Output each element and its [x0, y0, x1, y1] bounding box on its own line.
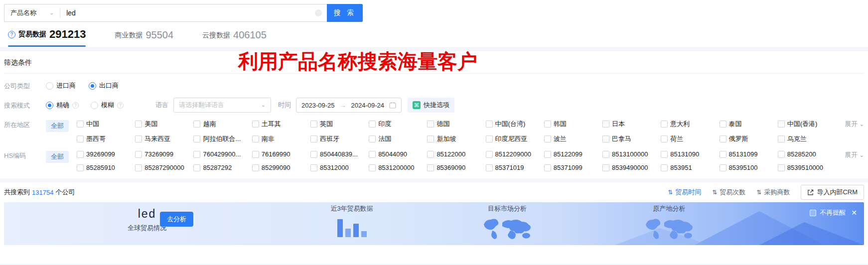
checkbox-icon[interactable] [310, 164, 317, 171]
checkbox-icon[interactable] [778, 164, 785, 171]
hs-code-checkbox-option[interactable]: 85131090 [661, 150, 719, 158]
sort-option[interactable]: ⇅ 贸易时间 [668, 188, 701, 197]
checkbox-icon[interactable] [720, 135, 726, 142]
region-checkbox-option[interactable]: 南非 [252, 134, 310, 143]
checkbox-icon[interactable] [544, 121, 551, 128]
dismiss-checkbox[interactable] [810, 210, 816, 216]
checkbox-icon[interactable] [486, 135, 493, 142]
region-checkbox-option[interactable]: 德国 [427, 120, 485, 129]
region-checkbox-option[interactable]: 印度尼西亚 [486, 134, 544, 143]
checkbox-icon[interactable] [77, 135, 84, 142]
hs-code-checkbox-option[interactable]: 8531200000 [369, 164, 427, 171]
sort-option[interactable]: ⇅ 贸易次数 [712, 188, 745, 197]
checkbox-icon[interactable] [193, 135, 200, 142]
start-date[interactable]: 2023-09-25 [301, 102, 335, 109]
checkbox-icon[interactable] [778, 135, 785, 142]
hs-code-checkbox-option[interactable]: 760429900... [193, 150, 252, 158]
checkbox-icon[interactable] [77, 121, 84, 128]
checkbox-icon[interactable] [720, 121, 726, 128]
results-count[interactable]: 131754 [32, 189, 53, 196]
hs-expand-link[interactable]: 展开 ⌄ [836, 150, 864, 159]
region-checkbox-option[interactable]: 美国 [135, 120, 193, 129]
checkbox-icon[interactable] [193, 151, 200, 158]
region-checkbox-option[interactable]: 日本 [602, 120, 661, 129]
region-checkbox-option[interactable]: 意大利 [661, 120, 719, 129]
info-icon[interactable]: ? [117, 102, 124, 109]
analyze-button[interactable]: 去分析 [160, 212, 193, 227]
region-checkbox-option[interactable]: 印度 [369, 120, 427, 129]
hs-code-checkbox-option[interactable]: 85044090 [369, 150, 427, 158]
checkbox-icon[interactable] [544, 164, 551, 171]
hs-code-checkbox-option[interactable]: 85371099 [544, 164, 602, 171]
checkbox-icon[interactable] [310, 121, 317, 128]
checkbox-icon[interactable] [77, 164, 84, 171]
checkbox-icon[interactable] [310, 135, 317, 142]
checkbox-icon[interactable] [544, 135, 551, 142]
language-select[interactable]: 请选择翻译语言 ⌄ [173, 98, 271, 113]
radio-exporter[interactable]: 出口商 [89, 81, 119, 90]
hs-code-checkbox-option[interactable]: 76169990 [252, 150, 310, 158]
checkbox-icon[interactable] [544, 151, 551, 158]
checkbox-icon[interactable] [720, 151, 726, 158]
radio-icon[interactable] [91, 102, 98, 109]
checkbox-icon[interactable] [720, 164, 726, 171]
hs-code-checkbox-option[interactable]: 8513100000 [602, 150, 661, 158]
checkbox-icon[interactable] [778, 151, 785, 158]
region-checkbox-option[interactable]: 马来西亚 [135, 134, 193, 143]
checkbox-icon[interactable] [661, 121, 668, 128]
region-checkbox-option[interactable]: 墨西哥 [77, 134, 135, 143]
region-checkbox-option[interactable]: 中国(香港) [778, 120, 836, 129]
checkbox-icon[interactable] [135, 121, 142, 128]
checkbox-icon[interactable] [427, 164, 434, 171]
hs-code-checkbox-option[interactable]: 8539510000 [778, 164, 836, 171]
hs-code-checkbox-option[interactable]: 85312000 [310, 164, 369, 171]
hs-code-checkbox-option[interactable]: 850440839... [310, 150, 369, 158]
region-checkbox-option[interactable]: 西班牙 [310, 134, 369, 143]
info-icon[interactable]: ? [72, 102, 79, 109]
region-checkbox-option[interactable]: 中国 [77, 120, 135, 129]
region-checkbox-option[interactable]: 巴拿马 [602, 134, 661, 143]
checkbox-icon[interactable] [369, 151, 376, 158]
checkbox-icon[interactable] [602, 164, 609, 171]
clear-icon[interactable] [315, 9, 322, 16]
hs-code-checkbox-option[interactable]: 85131099 [720, 150, 778, 158]
region-checkbox-option[interactable]: 中国(台湾) [486, 120, 544, 129]
hs-code-checkbox-option[interactable]: 853951 [661, 164, 719, 171]
tab-cloud-data[interactable]: 云搜数据 406105 [202, 29, 267, 47]
region-checkbox-option[interactable]: 波兰 [544, 134, 602, 143]
hs-code-checkbox-option[interactable]: 85287290000 [135, 164, 193, 171]
region-expand-link[interactable]: 展开 ⌄ [836, 120, 864, 129]
radio-fuzzy[interactable]: 模糊 [91, 101, 114, 110]
hs-code-checkbox-option[interactable]: 85122099 [544, 150, 602, 158]
checkbox-icon[interactable] [486, 121, 493, 128]
radio-icon[interactable] [46, 102, 53, 109]
checkbox-icon[interactable] [486, 151, 493, 158]
checkbox-icon[interactable] [135, 164, 142, 171]
hs-code-checkbox-option[interactable]: 73269099 [135, 150, 193, 158]
region-checkbox-option[interactable]: 俄罗斯 [720, 134, 778, 143]
search-button[interactable]: 搜 索 [327, 4, 363, 22]
hs-code-checkbox-option[interactable]: 39269099 [77, 150, 135, 158]
checkbox-icon[interactable] [252, 121, 259, 128]
checkbox-icon[interactable] [661, 151, 668, 158]
checkbox-icon[interactable] [252, 164, 259, 171]
hs-code-checkbox-option[interactable]: 85395100 [720, 164, 778, 171]
tab-business-data[interactable]: 商业数据 95504 [115, 29, 173, 47]
region-checkbox-option[interactable]: 韩国 [544, 120, 602, 129]
radio-importer[interactable]: 进口商 [46, 81, 76, 90]
checkbox-icon[interactable] [77, 151, 84, 158]
end-date[interactable]: 2024-09-24 [351, 102, 385, 109]
region-checkbox-option[interactable]: 土耳其 [252, 120, 310, 129]
checkbox-icon[interactable] [369, 164, 376, 171]
region-checkbox-option[interactable]: 英国 [310, 120, 369, 129]
hs-code-checkbox-option[interactable]: 85369090 [427, 164, 485, 171]
hs-code-checkbox-option[interactable]: 85287292 [193, 164, 252, 171]
region-checkbox-option[interactable]: 荷兰 [661, 134, 719, 143]
checkbox-icon[interactable] [661, 135, 668, 142]
checkbox-icon[interactable] [427, 135, 434, 142]
checkbox-icon[interactable] [427, 121, 434, 128]
region-checkbox-option[interactable]: 越南 [193, 120, 252, 129]
checkbox-icon[interactable] [193, 121, 200, 128]
radio-icon[interactable] [89, 82, 96, 90]
hs-all-tag[interactable]: 全部 [46, 151, 69, 163]
